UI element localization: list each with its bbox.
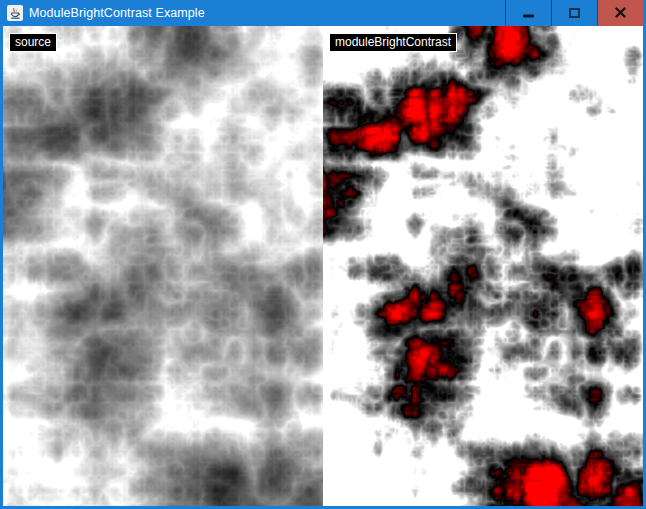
window-title: ModuleBrightContrast Example xyxy=(29,6,205,20)
maximize-button[interactable] xyxy=(551,0,597,26)
source-image xyxy=(3,26,323,506)
close-icon xyxy=(615,4,626,22)
source-panel: source xyxy=(3,26,323,506)
window-controls xyxy=(505,0,643,26)
close-button[interactable] xyxy=(597,0,643,26)
image-viewer-content: source moduleBrightContrast xyxy=(3,26,643,506)
result-image-label: moduleBrightContrast xyxy=(329,33,457,52)
app-window: ModuleBrightContrast Example xyxy=(0,0,646,509)
module-bright-contrast-image xyxy=(323,26,643,506)
result-panel: moduleBrightContrast xyxy=(323,26,643,506)
maximize-icon xyxy=(569,4,580,22)
minimize-icon xyxy=(523,4,534,22)
source-image-label: source xyxy=(9,33,57,52)
minimize-button[interactable] xyxy=(505,0,551,26)
java-coffee-cup-icon xyxy=(7,5,23,21)
titlebar[interactable]: ModuleBrightContrast Example xyxy=(0,0,646,26)
